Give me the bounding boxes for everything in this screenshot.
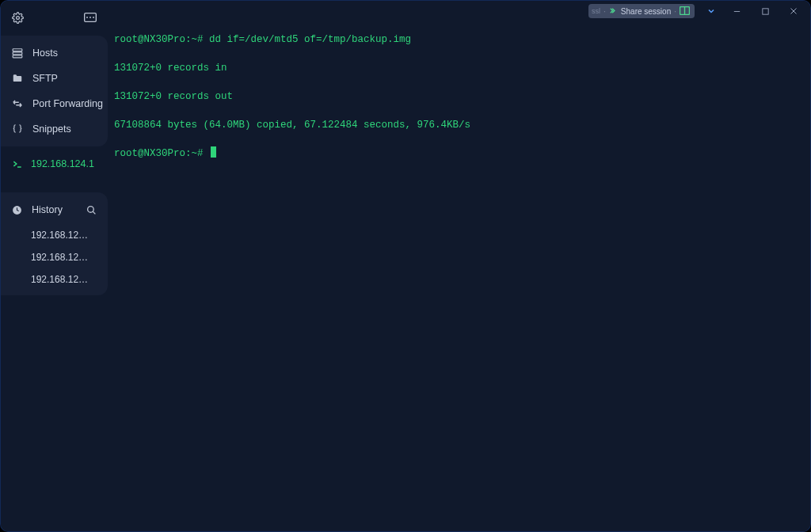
svg-rect-7 bbox=[13, 55, 22, 58]
svg-rect-5 bbox=[13, 49, 22, 51]
keyboard-icon[interactable] bbox=[84, 13, 97, 22]
active-session-label: 192.168.124.1 bbox=[31, 158, 94, 169]
settings-icon[interactable] bbox=[12, 12, 24, 24]
maximize-button[interactable] bbox=[752, 1, 779, 21]
terminal[interactable]: root@NX30Pro:~# dd if=/dev/mtd5 of=/tmp/… bbox=[114, 18, 804, 525]
prompt-icon bbox=[12, 158, 23, 169]
terminal-line: root@NX30Pro:~# bbox=[114, 146, 804, 161]
sidebar-item-snippets[interactable]: Snippets bbox=[1, 116, 108, 142]
main-pane: root@NX30Pro:~# dd if=/dev/mtd5 of=/tmp/… bbox=[108, 1, 810, 531]
share-icon bbox=[609, 6, 618, 17]
sidebar-topbar bbox=[1, 1, 108, 25]
clock-icon bbox=[12, 205, 22, 215]
titlebar: ssl · Share session · bbox=[588, 1, 810, 21]
sidebar-nav: Hosts SFTP Port Forwarding Snippets bbox=[1, 36, 108, 146]
app-window: Hosts SFTP Port Forwarding Snippets bbox=[0, 0, 811, 532]
folder-icon bbox=[12, 73, 23, 84]
close-button[interactable] bbox=[780, 1, 807, 21]
terminal-line: 131072+0 records out bbox=[114, 89, 804, 104]
hosts-icon bbox=[12, 48, 23, 59]
sidebar-item-port-forwarding[interactable]: Port Forwarding bbox=[1, 91, 108, 116]
sidebar-item-label: SFTP bbox=[32, 73, 58, 84]
share-hint: ssl bbox=[592, 7, 600, 15]
terminal-cursor bbox=[211, 146, 216, 158]
svg-rect-11 bbox=[762, 8, 767, 13]
history-block: History 192.168.12… 192.168.12… 192.168.… bbox=[1, 192, 108, 295]
history-label: History bbox=[32, 204, 63, 215]
svg-point-9 bbox=[88, 206, 94, 212]
svg-rect-6 bbox=[13, 52, 22, 55]
svg-point-0 bbox=[17, 16, 20, 19]
minimize-button[interactable] bbox=[723, 1, 750, 21]
sidebar-item-label: Port Forwarding bbox=[32, 98, 103, 109]
svg-point-3 bbox=[90, 17, 91, 18]
history-item[interactable]: 192.168.12… bbox=[1, 246, 108, 268]
terminal-line: 131072+0 records in bbox=[114, 61, 804, 75]
arrows-icon bbox=[12, 98, 23, 109]
history-item[interactable]: 192.168.12… bbox=[1, 224, 108, 246]
history-item[interactable]: 192.168.12… bbox=[1, 268, 108, 291]
terminal-line: 67108864 bytes (64.0MB) copied, 67.12248… bbox=[114, 118, 804, 132]
braces-icon bbox=[12, 124, 23, 135]
split-icon bbox=[680, 6, 690, 17]
share-session-pill[interactable]: ssl · Share session · bbox=[588, 4, 695, 18]
terminal-prompt: root@NX30Pro:~# bbox=[114, 148, 209, 159]
search-icon[interactable] bbox=[86, 205, 97, 215]
sidebar-item-sftp[interactable]: SFTP bbox=[1, 66, 108, 91]
active-session-tab[interactable]: 192.168.124.1 bbox=[1, 151, 108, 177]
sidebar-item-label: Snippets bbox=[32, 124, 71, 135]
divider: · bbox=[603, 7, 606, 16]
titlebar-dropdown-button[interactable] bbox=[701, 1, 722, 21]
share-label: Share session bbox=[621, 7, 671, 16]
sidebar-item-hosts[interactable]: Hosts bbox=[1, 40, 108, 66]
sidebar-item-label: Hosts bbox=[32, 48, 58, 59]
sidebar: Hosts SFTP Port Forwarding Snippets bbox=[1, 1, 108, 531]
divider: · bbox=[674, 7, 676, 16]
svg-point-2 bbox=[87, 17, 88, 18]
history-header: History bbox=[1, 197, 108, 222]
svg-point-4 bbox=[93, 17, 94, 18]
history-list: 192.168.12… 192.168.12… 192.168.12… bbox=[1, 222, 108, 291]
terminal-line: root@NX30Pro:~# dd if=/dev/mtd5 of=/tmp/… bbox=[114, 32, 804, 47]
